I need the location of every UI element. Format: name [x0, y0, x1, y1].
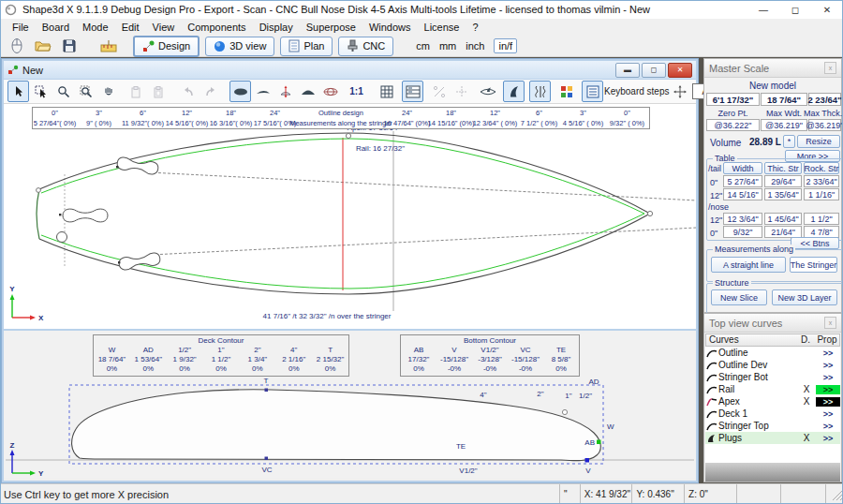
stringer-button[interactable]: The Stringer [790, 257, 837, 273]
outline-bottom-curve[interactable] [39, 214, 650, 294]
3d-view-button[interactable]: 3D view [205, 37, 274, 56]
curve-row-outline-dev[interactable]: Outline Dev>> [705, 359, 840, 371]
menu-license[interactable]: License [418, 20, 466, 35]
colors-icon[interactable] [555, 81, 577, 102]
bottom-col-value[interactable]: 17/32" [401, 355, 436, 364]
nose-row0-rock[interactable]: 1 1/2" [804, 213, 839, 225]
design-mode-button[interactable]: Design [133, 36, 200, 57]
nose-row1-width[interactable]: 9/32" [723, 226, 762, 238]
menu-edit[interactable]: Edit [115, 20, 146, 35]
d-col-label[interactable]: D. [796, 334, 815, 346]
redo-icon[interactable] [200, 81, 221, 102]
menu-superpose[interactable]: Superpose [300, 20, 362, 35]
curvature-icon[interactable] [529, 81, 551, 102]
menu-display[interactable]: Display [253, 20, 300, 35]
tail-row0-rock[interactable]: 2 33/64" [804, 175, 839, 187]
unit-inf-selected[interactable]: in/f [494, 38, 517, 53]
rocker-view-icon[interactable] [252, 81, 274, 102]
slice-view-pane[interactable]: T AD 4" 2" 1" 1/2" W AB TE VC V1/2" V Z … [4, 331, 696, 478]
thickness-value[interactable]: 2 23/64" [808, 93, 841, 106]
deck-col-value[interactable]: 1 1/2" [203, 355, 240, 364]
outline-view-icon[interactable] [229, 81, 251, 102]
deck-col-value[interactable]: 1 9/32" [167, 355, 203, 364]
prop-button[interactable]: >> [816, 385, 840, 394]
undo-icon[interactable] [177, 81, 199, 102]
max-thick-pos-value[interactable]: @36.219" [808, 119, 841, 131]
slice-view-icon[interactable] [274, 81, 296, 102]
apex-control-point[interactable] [346, 133, 350, 138]
bottom-col-value[interactable]: -15/128" [436, 355, 472, 364]
new-3d-layer-button[interactable]: New 3D Layer [772, 289, 837, 305]
select-arrow-icon[interactable] [7, 81, 29, 102]
bottom-col-value[interactable]: 8 5/8" [543, 355, 579, 364]
curves-panel-header[interactable]: Top view curves x [704, 314, 841, 333]
deck-col-value[interactable]: 2 1/16" [275, 355, 312, 364]
status-resize-grip[interactable] [825, 484, 843, 504]
menu-view[interactable]: View [146, 20, 182, 35]
plan-view-pane[interactable]: 0" 3" 6" 12" 18" 24" Outline design 24" … [4, 104, 696, 331]
curves-panel-close-icon[interactable]: x [824, 317, 836, 329]
menu-help[interactable]: ? [466, 20, 484, 35]
ab-marker[interactable] [597, 440, 601, 445]
slice-contour[interactable] [72, 390, 601, 461]
curve-row-deck1[interactable]: Deck 1>> [705, 408, 840, 420]
outline-top-curve[interactable] [39, 133, 650, 214]
one-to-one-icon[interactable]: 1:1 [346, 81, 367, 102]
grid-icon[interactable] [376, 81, 397, 102]
vc-marker[interactable] [265, 457, 269, 461]
maximize-button[interactable]: ◻ [779, 0, 811, 19]
child-restore-button[interactable]: ◻ [642, 63, 666, 78]
master-scale-header[interactable]: Master Scale x [704, 59, 841, 78]
curve-row-stringer-bot[interactable]: Stringer Bot>> [705, 371, 840, 383]
prop-col-label[interactable]: Prop [815, 334, 839, 346]
resize-button[interactable]: Resize [797, 135, 840, 148]
zero-pt-value[interactable]: @36.222" [706, 119, 760, 131]
pointer-tool-icon[interactable] [6, 37, 28, 55]
bottom-col-value[interactable]: -15/128" [508, 355, 543, 364]
nose-control-point[interactable] [647, 211, 652, 215]
star-button[interactable]: * [783, 135, 795, 148]
max-width-pos-value[interactable]: @36.219" [761, 119, 807, 131]
zoom-icon[interactable] [52, 81, 74, 102]
deck-col-value[interactable]: 2 15/32" [312, 355, 348, 364]
plan-button[interactable]: Plan [280, 37, 333, 56]
deck-col-value[interactable]: 1 53/64" [130, 355, 167, 364]
menu-board[interactable]: Board [36, 20, 76, 35]
unit-inch[interactable]: inch [466, 40, 484, 52]
minimize-button[interactable]: — [747, 0, 779, 19]
measurements-panel-icon[interactable] [402, 81, 423, 102]
prop-button[interactable]: >> [816, 348, 840, 358]
tail-row1-thic[interactable]: 1 35/64" [764, 188, 802, 200]
design-window-titlebar[interactable]: New ▬ ◻ ✕ [4, 61, 696, 80]
curves-col-label[interactable]: Curves [706, 334, 796, 346]
wireframe-view-icon[interactable] [319, 81, 341, 102]
board-outline-canvas[interactable]: Apex: 17 59/64" Rail: 16 27/32" 41 7/16"… [4, 104, 696, 329]
thickness-view-icon[interactable] [297, 81, 318, 102]
open-folder-icon[interactable] [32, 37, 54, 55]
board-fin-icon[interactable] [477, 81, 498, 102]
new-slice-button[interactable]: New Slice [711, 289, 767, 305]
fin-icon[interactable] [503, 81, 525, 102]
zoom-area-icon[interactable] [75, 81, 96, 102]
pan-hand-icon[interactable] [97, 81, 119, 102]
tail-row1-rock[interactable]: 1 1/16" [804, 188, 839, 200]
nose-row0-thic[interactable]: 1 45/64" [764, 213, 802, 225]
menu-mode[interactable]: Mode [76, 20, 115, 35]
menu-file[interactable]: File [6, 20, 36, 35]
nose-row0-width[interactable]: 12 3/64" [723, 213, 762, 225]
paste-icon[interactable] [147, 81, 169, 102]
v-marker[interactable] [585, 458, 590, 463]
thic-col-button[interactable]: Thic. Str [764, 162, 802, 174]
deck-col-value[interactable]: 18 7/64" [94, 355, 130, 364]
deck-col-value[interactable]: 1 3/4" [239, 355, 275, 364]
close-button[interactable]: ✕ [811, 0, 843, 19]
tail-row1-width[interactable]: 14 5/16" [723, 188, 762, 200]
prop-button[interactable]: >> [816, 409, 840, 419]
tail-row0-thic[interactable]: 29/64" [764, 175, 802, 187]
unit-mm[interactable]: mm [439, 40, 456, 52]
scan-ruler-icon[interactable] [97, 37, 120, 55]
rail-control-point[interactable] [562, 409, 567, 414]
list-panel-icon[interactable] [582, 81, 603, 102]
leash-plug[interactable] [57, 232, 67, 243]
save-icon[interactable] [58, 37, 81, 55]
